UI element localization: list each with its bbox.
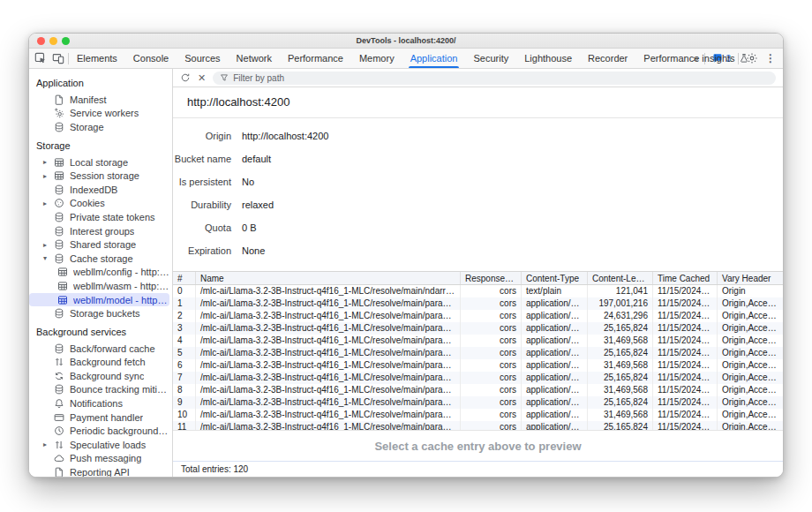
table-row[interactable]: 4 /mlc-ai/Llama-3.2-3B-Instruct-q4f16_1-… [173, 335, 783, 347]
column-header-index[interactable]: # [173, 272, 195, 284]
sidebar-item-storage[interactable]: Storage [29, 120, 169, 134]
sidebar-item-session-storage[interactable]: ▸Session storage [29, 169, 169, 183]
sidebar-item-cookies[interactable]: ▸Cookies [29, 197, 169, 211]
filter-placeholder: Filter by path [233, 73, 284, 83]
window-titlebar[interactable]: DevTools - localhost:4200/ [29, 34, 783, 49]
expand-arrow-icon[interactable]: ▸ [43, 241, 54, 249]
sidebar-item-webllm-wasm[interactable]: webllm/wasm - http://loca… [29, 279, 169, 293]
preview-placeholder-text: Select a cache entry above to preview [374, 440, 581, 453]
cell-index: 4 [173, 335, 195, 347]
column-header-name[interactable]: Name [195, 272, 460, 284]
service-worker-gear-icon [54, 108, 64, 118]
cell-vary-header: Origin,Access… [717, 409, 783, 421]
cell-vary-header: Origin,Access… [717, 322, 783, 335]
table-row[interactable]: 5 /mlc-ai/Llama-3.2-3B-Instruct-q4f16_1-… [173, 347, 783, 359]
expand-arrow-icon[interactable]: ▸ [43, 200, 54, 207]
cache-toolbar: ✕ Filter by path [173, 69, 783, 87]
sidebar-item-speculative-loads[interactable]: ▸Speculative loads [29, 438, 169, 452]
cell-content-length: 25,165,824 [587, 372, 652, 384]
sidebar-item-cache-storage[interactable]: ▾Cache storage [29, 252, 169, 266]
sidebar-item-indexeddb[interactable]: IndexedDB [29, 183, 169, 197]
database-icon [54, 308, 64, 319]
sidebar-item-webllm-config[interactable]: webllm/config - http://loc… [29, 266, 169, 280]
sidebar-item-service-workers[interactable]: Service workers [29, 107, 169, 121]
sidebar-item-back-forward-cache[interactable]: Back/forward cache [29, 342, 169, 356]
tab-recorder[interactable]: Recorder [580, 49, 635, 68]
collapse-arrow-icon[interactable]: ▾ [43, 254, 54, 262]
database-icon [54, 184, 64, 195]
sidebar-item-reporting-api[interactable]: Reporting API [29, 465, 169, 477]
sidebar-item-webllm-model[interactable]: webllm/model - http://loc… [29, 293, 169, 307]
tab-lighthouse[interactable]: Lighthouse [516, 49, 580, 68]
clear-icon[interactable]: ✕ [198, 73, 206, 83]
sidebar-item-payment-handler[interactable]: Payment handler [29, 410, 169, 425]
table-row[interactable]: 3 /mlc-ai/Llama-3.2-3B-Instruct-q4f16_1-… [173, 322, 783, 335]
tab-network[interactable]: Network [229, 49, 280, 68]
refresh-icon[interactable] [180, 72, 191, 83]
column-header-vary-header[interactable]: Vary Header [717, 272, 783, 284]
table-row[interactable]: 11 /mlc-ai/Llama-3.2-3B-Instruct-q4f16_1… [173, 421, 783, 431]
table-row[interactable]: 7 /mlc-ai/Llama-3.2-3B-Instruct-q4f16_1-… [173, 372, 783, 384]
sidebar-item-background-fetch[interactable]: Background fetch [29, 356, 169, 370]
filter-by-path-input[interactable]: Filter by path [213, 72, 776, 85]
sidebar-item-private-state-tokens[interactable]: Private state tokens [29, 210, 169, 224]
metadata-row: Is persistent No [173, 170, 783, 193]
expand-arrow-icon[interactable]: ▸ [43, 158, 54, 166]
table-row[interactable]: 8 /mlc-ai/Llama-3.2-3B-Instruct-q4f16_1-… [173, 384, 783, 396]
sidebar-item-periodic-background-sync[interactable]: Periodic background sync [29, 424, 169, 438]
tab-security[interactable]: Security [465, 49, 516, 68]
table-icon [54, 157, 64, 168]
cell-time-cached: 11/15/2024, 10… [652, 347, 717, 359]
expand-arrow-icon[interactable]: ▸ [43, 172, 54, 180]
database-icon [54, 384, 64, 395]
tab-performance[interactable]: Performance [280, 49, 351, 68]
sidebar-item-push-messaging[interactable]: Push messaging [29, 452, 169, 466]
sidebar-section-storage: Storage [29, 134, 172, 155]
expand-arrow-icon[interactable]: ▸ [43, 440, 54, 448]
metadata-value: 0 B [242, 222, 257, 233]
table-row[interactable]: 9 /mlc-ai/Llama-3.2-3B-Instruct-q4f16_1-… [173, 396, 783, 409]
cell-time-cached: 11/15/2024, 10… [652, 372, 717, 384]
application-sidebar: Application Manifest Service workers Sto… [29, 69, 173, 477]
clock-icon [54, 425, 64, 436]
table-row[interactable]: 2 /mlc-ai/Llama-3.2-3B-Instruct-q4f16_1-… [173, 310, 783, 322]
tab-sources[interactable]: Sources [177, 49, 228, 68]
cell-name: /mlc-ai/Llama-3.2-3B-Instruct-q4f16_1-ML… [195, 347, 460, 359]
tab-elements[interactable]: Elements [69, 49, 125, 68]
sidebar-item-local-storage[interactable]: ▸Local storage [29, 155, 169, 169]
sidebar-item-shared-storage[interactable]: ▸Shared storage [29, 237, 169, 252]
column-header-response-type[interactable]: Response-Type [460, 272, 521, 284]
table-row[interactable]: 10 /mlc-ai/Llama-3.2-3B-Instruct-q4f16_1… [173, 409, 783, 421]
sidebar-item-manifest[interactable]: Manifest [29, 93, 169, 107]
table-row[interactable]: 6 /mlc-ai/Llama-3.2-3B-Instruct-q4f16_1-… [173, 359, 783, 372]
column-header-content-type[interactable]: Content-Type [521, 272, 587, 284]
column-header-time-cached[interactable]: Time Cached [652, 272, 717, 284]
payment-card-icon [54, 412, 64, 423]
table-icon [57, 281, 68, 291]
sidebar-item-background-sync[interactable]: Background sync [29, 369, 169, 383]
preview-pane: Select a cache entry above to preview [173, 431, 783, 461]
tab-console[interactable]: Console [125, 49, 177, 68]
cell-vary-header: Origin,Access… [717, 396, 783, 409]
cell-time-cached: 11/15/2024, 10… [652, 310, 717, 322]
cell-time-cached: 11/15/2024, 10… [652, 285, 717, 297]
column-header-content-length[interactable]: Content-Length [587, 272, 652, 284]
cell-content-length: 31,469,568 [587, 359, 652, 372]
cell-response-type: cors [460, 384, 521, 396]
device-toolbar-icon[interactable] [52, 52, 64, 64]
cell-name: /mlc-ai/Llama-3.2-3B-Instruct-q4f16_1-ML… [195, 421, 460, 431]
cell-content-length: 31,469,568 [587, 335, 652, 347]
kebab-menu-icon[interactable]: ⋮ [765, 52, 776, 64]
tab-performance-insights[interactable]: Performance insights [635, 49, 756, 68]
tab-application[interactable]: Application [402, 49, 466, 68]
table-row[interactable]: 0 /mlc-ai/Llama-3.2-3B-Instruct-q4f16_1-… [173, 285, 783, 297]
tab-memory[interactable]: Memory [351, 49, 402, 68]
cell-vary-header: Origin,Access… [717, 384, 783, 396]
inspect-element-icon[interactable] [34, 52, 47, 64]
sidebar-item-bounce-tracking-mitigations[interactable]: Bounce tracking mitigations [29, 383, 169, 397]
sidebar-item-interest-groups[interactable]: Interest groups [29, 224, 169, 238]
up-down-arrows-icon [54, 357, 64, 367]
sidebar-item-storage-buckets[interactable]: Storage buckets [29, 306, 169, 320]
table-row[interactable]: 1 /mlc-ai/Llama-3.2-3B-Instruct-q4f16_1-… [173, 297, 783, 310]
sidebar-item-notifications[interactable]: Notifications [29, 396, 169, 410]
